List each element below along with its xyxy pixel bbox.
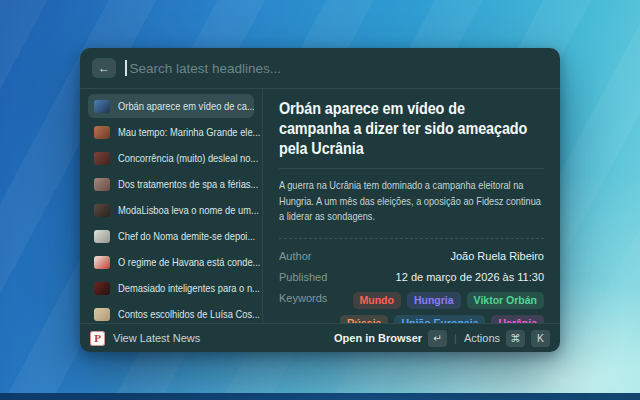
meta-row-published: Published 12 de março de 2026 às 11:30 xyxy=(279,271,544,283)
window-body: Orbán aparece em vídeo de ca...Mau tempo… xyxy=(80,89,560,323)
back-arrow-icon: ← xyxy=(98,58,110,78)
headline-label: Orbán aparece em vídeo de ca... xyxy=(118,100,255,112)
author-value: João Ruela Ribeiro xyxy=(450,250,544,262)
keyword-tag: Viktor Orbán xyxy=(467,292,544,309)
k-key-icon: K xyxy=(531,330,550,347)
keyword-tag: União Europeia xyxy=(394,315,485,324)
keyword-tag: Ucrânia xyxy=(491,315,544,324)
title-divider xyxy=(279,168,544,169)
headline-list: Orbán aparece em vídeo de ca...Mau tempo… xyxy=(80,89,262,323)
headline-thumbnail-icon xyxy=(94,204,110,217)
headline-label: Demasiado inteligentes para o n... xyxy=(118,282,260,294)
headline-label: Dos tratamentos de spa a férias... xyxy=(118,178,258,190)
source-indicator: P View Latest News xyxy=(90,331,200,346)
headline-thumbnail-icon xyxy=(94,282,110,295)
keyword-tag: Mundo xyxy=(353,292,401,309)
headline-thumbnail-icon xyxy=(94,152,110,165)
headline-label: Chef do Noma demite-se depoi... xyxy=(118,230,255,242)
headline-thumbnail-icon xyxy=(94,308,110,321)
headline-label: Mau tempo: Marinha Grande ele... xyxy=(118,126,260,138)
headline-label: ModaLisboa leva o nome de um... xyxy=(118,204,259,216)
text-cursor xyxy=(125,60,127,76)
headline-thumbnail-icon xyxy=(94,126,110,139)
search-field-area xyxy=(125,60,548,76)
source-label: View Latest News xyxy=(113,332,200,344)
metadata-divider xyxy=(279,238,544,239)
headline-list-item[interactable]: Concorrência (muito) desleal no... xyxy=(88,146,254,170)
headline-thumbnail-icon xyxy=(94,178,110,191)
headline-thumbnail-icon xyxy=(94,256,110,269)
footer-separator: | xyxy=(454,332,457,344)
published-label: Published xyxy=(279,271,327,283)
cmd-key-icon: ⌘ xyxy=(506,330,525,347)
publico-logo-icon: P xyxy=(90,331,105,346)
action-bar: P View Latest News Open in Browser ↵ | A… xyxy=(80,323,560,352)
search-header: ← xyxy=(80,48,560,89)
headline-list-item[interactable]: Dos tratamentos de spa a férias... xyxy=(88,172,254,196)
actions-button[interactable]: Actions ⌘ K xyxy=(464,330,550,347)
keyword-tag: Rússia xyxy=(340,315,388,324)
enter-key-icon: ↵ xyxy=(428,330,447,347)
headline-thumbnail-icon xyxy=(94,100,110,113)
headline-list-item[interactable]: O regime de Havana está conde... xyxy=(88,250,254,274)
headline-thumbnail-icon xyxy=(94,230,110,243)
meta-row-author: Author João Ruela Ribeiro xyxy=(279,250,544,262)
article-title: Orbán aparece em vídeo de campanha a diz… xyxy=(279,99,549,159)
headline-label: O regime de Havana está conde... xyxy=(118,256,260,268)
search-input[interactable] xyxy=(128,61,549,76)
headline-list-item[interactable]: Demasiado inteligentes para o n... xyxy=(88,276,254,300)
back-button[interactable]: ← xyxy=(92,58,116,78)
headline-label: Contos escolhidos de Luísa Cos... xyxy=(118,308,260,320)
desktop-background: ← Orbán aparece em vídeo de ca...Mau tem… xyxy=(0,0,640,400)
keyword-tags: MundoHungriaViktor OrbánRússiaUnião Euro… xyxy=(327,292,544,324)
keywords-label: Keywords xyxy=(279,292,327,304)
wallpaper-bottom-band xyxy=(0,393,640,400)
news-search-window: ← Orbán aparece em vídeo de ca...Mau tem… xyxy=(80,48,560,352)
headline-list-item[interactable]: Chef do Noma demite-se depoi... xyxy=(88,224,254,248)
open-in-browser-button[interactable]: Open in Browser ↵ xyxy=(334,330,447,347)
keyword-tag: Hungria xyxy=(407,292,461,309)
author-label: Author xyxy=(279,250,311,262)
article-summary: A guerra na Ucrânia tem dominado a campa… xyxy=(279,178,549,225)
headline-list-item[interactable]: Orbán aparece em vídeo de ca... xyxy=(88,94,254,118)
meta-row-keywords: Keywords MundoHungriaViktor OrbánRússiaU… xyxy=(279,292,544,324)
published-value: 12 de março de 2026 às 11:30 xyxy=(396,271,544,283)
headline-list-item[interactable]: ModaLisboa leva o nome de um... xyxy=(88,198,254,222)
headline-list-item[interactable]: Mau tempo: Marinha Grande ele... xyxy=(88,120,254,144)
article-detail-panel: Orbán aparece em vídeo de campanha a diz… xyxy=(262,89,560,323)
action-bar-right: Open in Browser ↵ | Actions ⌘ K xyxy=(334,330,550,347)
headline-label: Concorrência (muito) desleal no... xyxy=(118,152,258,164)
